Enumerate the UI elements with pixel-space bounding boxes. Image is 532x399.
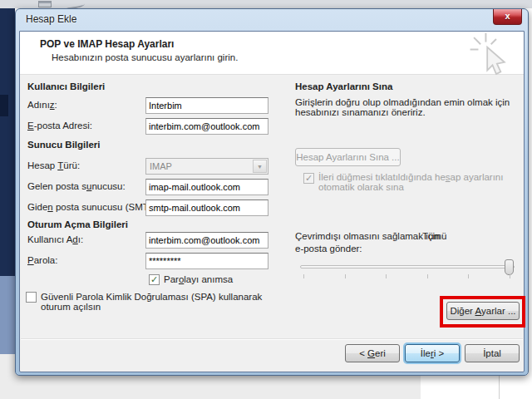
section-server-info: Sunucu Bilgileri [27,140,101,150]
cancel-button[interactable]: İptal [465,344,520,362]
background-window-icon [38,1,52,7]
incoming-server-input[interactable] [145,179,268,195]
test-account-button[interactable]: Hesap Ayarlarını Sına ... [295,148,401,166]
page-subtitle: Hesabınızın posta sunucusu ayarlarını gi… [52,52,238,62]
footer-separator [21,338,523,340]
background-divider-line [499,376,500,399]
offline-slider-track[interactable] [300,265,515,268]
email-input[interactable] [145,118,268,135]
wizard-header: POP ve IMAP Hesap Ayarları Hesabınızın p… [20,32,524,75]
dialog-panel: POP ve IMAP Hesap Ayarları Hesabınızın p… [19,31,525,372]
dialog-titlebar[interactable]: Hesap Ekle x [16,9,528,30]
remember-password-label[interactable]: Parolayı anımsa [164,274,233,284]
outgoing-server-label: Giden posta sunucusu (SMTP): [27,202,160,212]
section-test-settings: Hesap Ayarlarını Sına [295,81,392,91]
account-type-label: Hesap Türü: [27,160,80,170]
section-user-info: Kullanıcı Bilgileri [27,81,105,91]
account-type-select[interactable]: IMAP ▼ [145,158,268,175]
outgoing-server-input[interactable] [145,200,268,216]
email-label: E-posta Adresi: [27,121,92,131]
background-bottom-white [421,376,532,399]
username-label: Kullanıcı Adı: [27,234,83,244]
offline-value: Tümü [422,231,446,241]
wizard-body: Kullanıcı Bilgileri Adınız: E-posta Adre… [21,75,523,371]
incoming-server-label: Gelen posta sunucusu: [27,181,126,191]
auto-test-label: İleri düğmesi tıklatıldığında hesap ayar… [318,172,523,192]
username-input[interactable] [145,232,268,249]
chevron-down-icon[interactable]: ▼ [253,160,267,173]
background-toolbar-strip [0,0,532,8]
auto-test-checkbox[interactable]: ✓ [303,173,314,184]
offline-slider-thumb[interactable] [505,259,514,275]
test-description: Girişlerin doğru olup olmadığından emin … [295,97,525,117]
add-account-dialog: Hesap Ekle x POP ve IMAP Hesap Ayarları … [15,8,529,376]
spa-label[interactable]: Güvenli Parola Kimlik Doğrulaması (SPA) … [41,292,292,312]
password-input[interactable] [145,253,268,269]
page-title: POP ve IMAP Hesap Ayarları [40,38,174,50]
spa-checkbox[interactable] [26,292,37,303]
cursor-sparkle-icon [466,32,512,75]
background-left-dark-strip [0,8,15,276]
more-settings-button[interactable]: Diğer Ayarlar ... [446,302,520,320]
name-label: Adınız: [27,100,57,110]
account-type-value: IMAP [146,161,253,171]
background-left-blue-strip [0,276,15,354]
next-button[interactable]: İleri > [405,344,460,362]
remember-password-checkbox[interactable]: ✓ [149,274,160,285]
password-label: Parola: [27,255,57,265]
name-input[interactable] [145,97,268,114]
offline-label-line1: Çevrimdışı olmasını sağlamak için [295,231,440,241]
section-logon-info: Oturum Açma Bilgileri [27,219,128,229]
dialog-title: Hesap Ekle [26,13,76,25]
close-icon[interactable]: x [493,9,522,25]
back-button[interactable]: < Geri [345,344,400,362]
offline-label-line2: e-posta gönder: [295,244,362,254]
